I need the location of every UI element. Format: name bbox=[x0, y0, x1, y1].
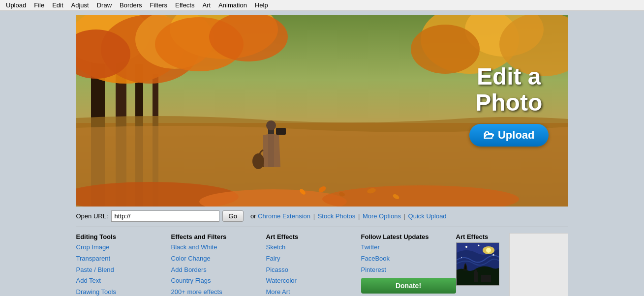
svg-point-36 bbox=[478, 245, 479, 246]
link-watercolor[interactable]: Watercolor bbox=[266, 276, 361, 286]
hero-title-line2: Photo bbox=[475, 89, 542, 116]
footer-links: Editing Tools Crop Image Transparent Pas… bbox=[76, 233, 568, 296]
link-sketch[interactable]: Sketch bbox=[266, 242, 361, 253]
stock-photos-link[interactable]: Stock Photos bbox=[318, 212, 356, 220]
effects-filters-col: Effects and Filters Black and White Colo… bbox=[171, 233, 266, 296]
art-effects-col: Art Effects Sketch Fairy Picasso Waterco… bbox=[266, 233, 361, 296]
menu-help[interactable]: Help bbox=[251, 0, 272, 10]
link-more-art[interactable]: More Art bbox=[266, 287, 361, 296]
separator1: | bbox=[313, 212, 317, 220]
go-button[interactable]: Go bbox=[222, 210, 244, 222]
hero-container: Edit a Photo 🗁 Upload bbox=[76, 15, 568, 207]
svg-rect-25 bbox=[276, 128, 286, 135]
link-drawing-tools[interactable]: Drawing Tools bbox=[76, 287, 171, 296]
hero-overlay-text: Edit a Photo 🗁 Upload bbox=[469, 64, 549, 147]
link-facebook[interactable]: FaceBook bbox=[361, 254, 456, 264]
donate-button[interactable]: Donate! bbox=[361, 278, 456, 294]
svg-rect-42 bbox=[486, 275, 491, 282]
svg-point-34 bbox=[486, 248, 491, 253]
separator3: | bbox=[404, 212, 407, 220]
quick-upload-link[interactable]: Quick Upload bbox=[408, 212, 447, 220]
link-pinterest[interactable]: Pinterest bbox=[361, 265, 456, 275]
main-wrapper: Edit a Photo 🗁 Upload Open URL: Go or Ch… bbox=[0, 11, 644, 296]
url-bar: Open URL: Go or Chrome Extension | Stock… bbox=[76, 207, 568, 226]
section-divider bbox=[76, 227, 568, 227]
art-effects-thumb-col: Art Effects bbox=[456, 233, 499, 296]
extra-links: or Chrome Extension | Stock Photos | Mor… bbox=[250, 212, 447, 220]
svg-point-26 bbox=[252, 153, 264, 169]
url-label: Open URL: bbox=[76, 212, 108, 220]
editing-tools-header: Editing Tools bbox=[76, 233, 171, 240]
hero-upload-button[interactable]: 🗁 Upload bbox=[469, 124, 549, 147]
folder-icon: 🗁 bbox=[483, 129, 494, 142]
link-fairy[interactable]: Fairy bbox=[266, 254, 361, 264]
link-color-change[interactable]: Color Change bbox=[171, 254, 266, 264]
svg-point-24 bbox=[266, 120, 276, 130]
link-twitter[interactable]: Twitter bbox=[361, 242, 456, 253]
hero-title-line1: Edit a bbox=[477, 63, 541, 89]
svg-rect-39 bbox=[474, 272, 478, 282]
menubar: Upload File Edit Adjust Draw Borders Fil… bbox=[0, 0, 644, 11]
link-black-white[interactable]: Black and White bbox=[171, 242, 266, 253]
ad-placeholder bbox=[509, 233, 568, 296]
art-effects-thumb-header: Art Effects bbox=[456, 233, 489, 240]
art-effects-thumbnail[interactable] bbox=[456, 242, 499, 286]
follow-updates-header: Follow Latest Updates bbox=[361, 233, 456, 240]
url-input[interactable] bbox=[111, 210, 219, 222]
hero-title: Edit a Photo bbox=[469, 64, 549, 116]
svg-point-35 bbox=[465, 246, 467, 248]
menu-filters[interactable]: Filters bbox=[146, 0, 171, 10]
or-prefix: or bbox=[250, 212, 256, 220]
link-crop-image[interactable]: Crop Image bbox=[76, 242, 171, 253]
link-picasso[interactable]: Picasso bbox=[266, 265, 361, 275]
link-more-effects[interactable]: 200+ more effects bbox=[171, 287, 266, 296]
separator2: | bbox=[358, 212, 362, 220]
menu-effects[interactable]: Effects bbox=[171, 0, 199, 10]
editing-tools-col: Editing Tools Crop Image Transparent Pas… bbox=[76, 233, 171, 296]
menu-animation[interactable]: Animation bbox=[215, 0, 251, 10]
upload-button-label: Upload bbox=[498, 129, 535, 142]
social-col: Follow Latest Updates Twitter FaceBook P… bbox=[361, 233, 456, 296]
effects-filters-header: Effects and Filters bbox=[171, 233, 266, 240]
menu-file[interactable]: File bbox=[30, 0, 48, 10]
menu-upload[interactable]: Upload bbox=[2, 0, 30, 10]
link-add-borders[interactable]: Add Borders bbox=[171, 265, 266, 275]
link-country-flags[interactable]: Country Flags bbox=[171, 276, 266, 286]
chrome-extension-link[interactable]: Chrome Extension bbox=[258, 212, 310, 220]
menu-borders[interactable]: Borders bbox=[116, 0, 146, 10]
menu-edit[interactable]: Edit bbox=[48, 0, 67, 10]
art-effects-header: Art Effects bbox=[266, 233, 361, 240]
menu-draw[interactable]: Draw bbox=[93, 0, 116, 10]
more-options-link[interactable]: More Options bbox=[363, 212, 401, 220]
link-paste-blend[interactable]: Paste / Blend bbox=[76, 265, 171, 275]
menu-adjust[interactable]: Adjust bbox=[67, 0, 93, 10]
link-transparent[interactable]: Transparent bbox=[76, 254, 171, 264]
menu-art[interactable]: Art bbox=[198, 0, 215, 10]
link-add-text[interactable]: Add Text bbox=[76, 276, 171, 286]
